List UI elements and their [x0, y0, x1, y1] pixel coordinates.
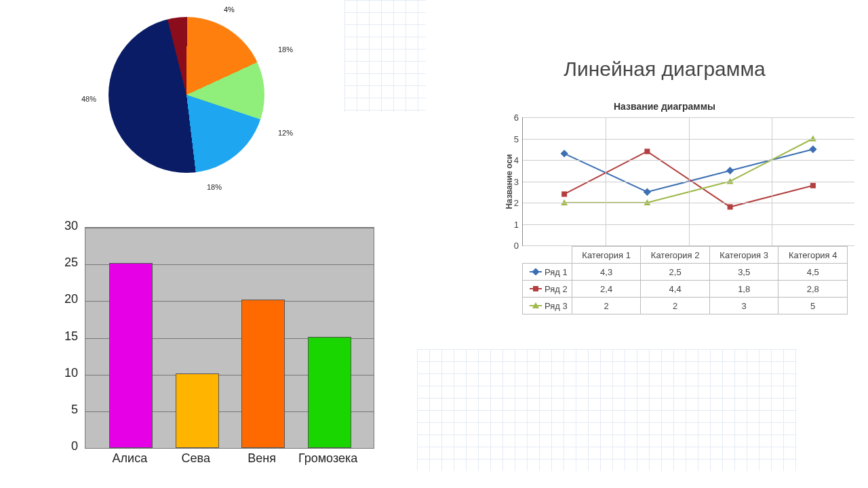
- line-chart: Линейная диаграмма Название диаграммы На…: [475, 58, 854, 315]
- svg-rect-5: [644, 148, 650, 154]
- line-data-cell: 5: [778, 298, 848, 314]
- graph-paper: [344, 0, 426, 112]
- line-data-cell: 2,5: [641, 264, 710, 281]
- line-legend-cell: Ряд 2: [523, 281, 572, 298]
- line-category-header: Категория 3: [709, 247, 778, 264]
- line-data-cell: 4,4: [641, 281, 710, 298]
- graph-paper: [417, 349, 797, 471]
- line-legend-cell: Ряд 1: [523, 264, 572, 281]
- bar-plot-area: [85, 227, 374, 449]
- pie-slice-label: 12%: [278, 129, 293, 137]
- line-ytick: 2: [502, 198, 519, 208]
- bar-ytick: 25: [47, 256, 78, 270]
- bar-ytick: 15: [47, 329, 78, 344]
- bar-xtick: Сева: [162, 451, 230, 466]
- bar-ytick: 5: [47, 403, 78, 417]
- line-ytick: 1: [502, 219, 519, 229]
- line-data-cell: 3,5: [709, 264, 778, 281]
- bar-xtick: Алиса: [96, 451, 163, 466]
- svg-rect-2: [726, 167, 734, 174]
- line-legend-cell: Ряд 3: [523, 298, 572, 314]
- line-category-header: Категория 1: [572, 247, 641, 264]
- svg-rect-4: [561, 191, 567, 197]
- line-data-cell: 4,5: [778, 264, 848, 281]
- bar: [308, 337, 351, 449]
- bar-chart: 051015202530АлисаСеваВеняГромозека: [47, 227, 383, 474]
- bar-ytick: 0: [47, 439, 78, 453]
- pie-slice-label: 4%: [224, 5, 235, 14]
- bar: [109, 263, 153, 448]
- line-ytick: 3: [502, 176, 519, 186]
- line-ytick: 0: [502, 241, 519, 251]
- line-data-table: Категория 1Категория 2Категория 3Категор…: [522, 246, 848, 314]
- svg-rect-7: [810, 183, 816, 188]
- line-data-cell: 2,4: [572, 281, 641, 298]
- bar-ytick: 10: [47, 366, 78, 380]
- pie-slice-label: 18%: [207, 183, 222, 191]
- line-category-header: Категория 2: [641, 247, 710, 264]
- line-plot-area: [522, 117, 854, 246]
- svg-rect-13: [532, 268, 539, 275]
- bar: [241, 300, 285, 448]
- pie-slice-label: 48%: [81, 95, 96, 103]
- bar: [176, 373, 219, 448]
- line-data-cell: 2: [572, 298, 641, 314]
- svg-rect-0: [560, 150, 568, 157]
- line-data-cell: 2,8: [778, 281, 848, 298]
- line-ytick: 5: [502, 134, 519, 144]
- line-category-header: Категория 4: [778, 247, 848, 264]
- svg-rect-6: [728, 204, 733, 209]
- line-chart-title: Название диаграммы: [475, 101, 854, 112]
- line-ytick: 4: [502, 155, 519, 165]
- pie-circle: [108, 17, 264, 173]
- bar-ytick: 20: [47, 292, 78, 306]
- line-data-cell: 1,8: [709, 281, 778, 298]
- bar-xtick: Веня: [228, 451, 296, 466]
- line-ytick: 6: [502, 113, 519, 123]
- line-chart-heading: Линейная диаграмма: [475, 58, 854, 81]
- svg-rect-3: [809, 146, 816, 153]
- line-data-cell: 4,3: [572, 264, 641, 281]
- svg-rect-15: [533, 286, 538, 291]
- line-data-cell: 3: [709, 298, 778, 314]
- pie-slice-label: 18%: [278, 45, 293, 54]
- pie-chart: 4% 18% 12% 18% 48%: [71, 10, 302, 227]
- line-data-cell: 2: [641, 298, 710, 314]
- bar-ytick: 30: [47, 219, 78, 233]
- svg-rect-1: [644, 188, 651, 196]
- bar-xtick: Громозека: [294, 451, 362, 466]
